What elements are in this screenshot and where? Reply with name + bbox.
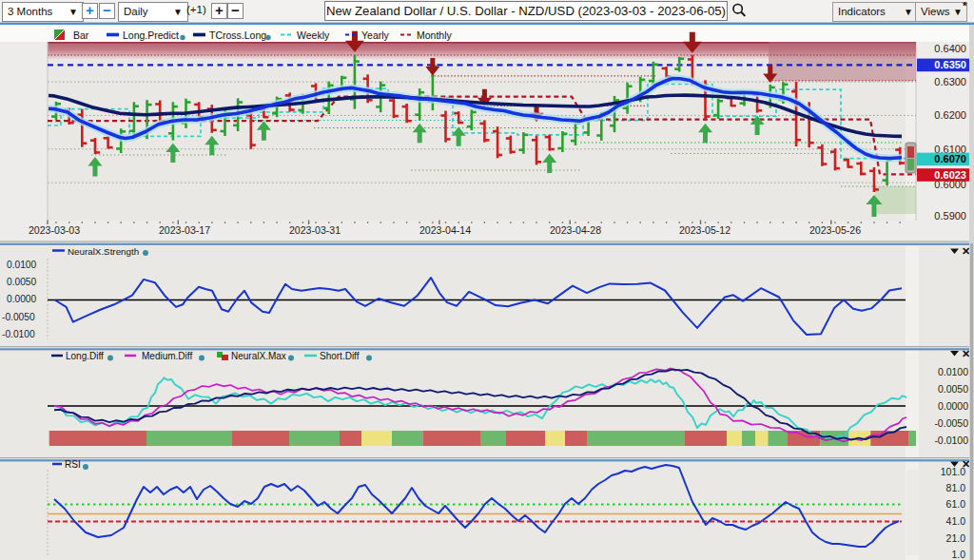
svg-text:✕: ✕: [962, 348, 970, 359]
svg-text:0.6070: 0.6070: [934, 153, 966, 164]
svg-text:2023-03-03: 2023-03-03: [29, 224, 80, 236]
svg-text:0.0100: 0.0100: [7, 260, 36, 270]
svg-text:2023-05-12: 2023-05-12: [679, 224, 730, 236]
svg-text:0.0050: 0.0050: [938, 383, 968, 395]
svg-text:0.6350: 0.6350: [934, 59, 966, 70]
svg-text:61.0: 61.0: [946, 498, 966, 510]
svg-text:0.5900: 0.5900: [934, 210, 966, 222]
svg-text:NeuralX.Max: NeuralX.Max: [231, 351, 286, 361]
svg-text:RSI: RSI: [65, 459, 81, 470]
svg-text:-0.0100: -0.0100: [2, 329, 35, 339]
svg-text:Medium.Diff: Medium.Diff: [142, 351, 192, 361]
svg-text:0.6200: 0.6200: [934, 109, 966, 121]
svg-text:0.0100: 0.0100: [938, 366, 968, 377]
svg-text:✕: ✕: [962, 245, 970, 257]
svg-text:-0.0050: -0.0050: [934, 417, 968, 429]
svg-text:0.0000: 0.0000: [938, 400, 968, 412]
svg-text:41.0: 41.0: [946, 515, 966, 527]
svg-text:101.0: 101.0: [941, 466, 965, 477]
svg-text:Bar: Bar: [73, 29, 89, 41]
svg-text:NeuralX.Strength: NeuralX.Strength: [68, 246, 139, 257]
svg-text:Long.Predict: Long.Predict: [123, 29, 179, 41]
svg-text:-0.0100: -0.0100: [934, 434, 968, 446]
svg-text:Yearly: Yearly: [361, 29, 390, 41]
svg-text:2023-04-28: 2023-04-28: [550, 224, 601, 236]
svg-text:2023-05-26: 2023-05-26: [809, 224, 861, 236]
svg-text:2023-03-31: 2023-03-31: [289, 224, 341, 236]
svg-text:2023-04-14: 2023-04-14: [419, 224, 471, 236]
svg-text:Long.Diff: Long.Diff: [66, 351, 104, 361]
svg-text:0.6023: 0.6023: [934, 169, 966, 181]
svg-text:1.0: 1.0: [951, 549, 965, 560]
svg-text:Short.Diff: Short.Diff: [320, 351, 360, 361]
svg-text:-0.0050: -0.0050: [2, 312, 35, 322]
svg-text:Monthly: Monthly: [417, 29, 453, 41]
svg-text:TCross.Long: TCross.Long: [209, 29, 266, 41]
svg-text:81.0: 81.0: [946, 482, 966, 493]
svg-text:0.0000: 0.0000: [7, 294, 36, 304]
svg-text:Weekly: Weekly: [297, 29, 330, 41]
svg-text:0.6300: 0.6300: [934, 76, 966, 87]
svg-text:0.0050: 0.0050: [7, 277, 36, 287]
svg-text:2023-03-17: 2023-03-17: [159, 224, 210, 236]
svg-text:0.6400: 0.6400: [934, 43, 966, 54]
svg-text:21.0: 21.0: [946, 532, 966, 544]
